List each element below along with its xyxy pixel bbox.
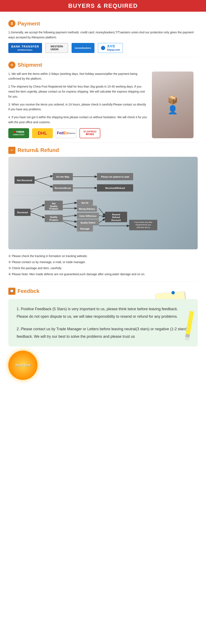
shipment-para1: 1. We will sent the items within 2-5days…	[8, 72, 148, 82]
return-refund-header: ↩ Return& Refund	[8, 147, 198, 154]
svg-text:Not: Not	[52, 202, 56, 204]
alipay-logo: 🔵 支付宝Alipay.com	[98, 43, 123, 53]
shipment-para2: 2.The shipment by China Post Registered …	[8, 84, 148, 99]
wrong-delivery-node: Wrong Delivery	[79, 208, 95, 210]
svg-line-15	[63, 203, 77, 205]
moneybookers-logo: moneybookers	[72, 43, 95, 53]
feedback-body: 1. Positive Feedback (5 Stars) is very i…	[8, 299, 198, 346]
svg-line-1	[35, 176, 53, 180]
shipment-image: 📦👤	[152, 72, 198, 138]
svg-line-22	[63, 215, 77, 217]
not-received-node: Not Received	[17, 179, 32, 182]
svg-line-32	[99, 215, 105, 217]
quality-problem-node: Problem	[49, 219, 58, 221]
shipment-container: 1. We will sent the items within 2-5days…	[8, 72, 198, 138]
svg-text:If you have any else: If you have any else	[134, 221, 152, 223]
return-notes-list: ① Please check the tracking in formation…	[8, 254, 198, 277]
badge-container: Your Text	[8, 348, 198, 380]
feedback-icon: 💬	[8, 288, 15, 295]
fedex-logo: FedEx Express	[56, 128, 77, 138]
resend-refund-node: Discount	[111, 219, 121, 222]
shipment-section-header: ✈ Shipment	[8, 62, 198, 68]
western-union-logo: WESTERNUNION	[45, 43, 68, 53]
feedback-title: Feedbck	[17, 288, 40, 294]
feedback-wrapper: Feedback 1. Positive Feedback (5 Stars) …	[8, 299, 198, 346]
flowchart-svg: Not Received On the Way Please be patien…	[12, 163, 194, 242]
received-refund-node: Received/Refund	[105, 186, 125, 189]
plane-icon: ✈	[8, 62, 15, 68]
svg-text:Quality: Quality	[50, 205, 57, 208]
note-item-4: ④ Please Note: Men made defects are not …	[8, 272, 198, 277]
received-node: Received	[17, 211, 28, 214]
shipment-para4: 4. If you have not got it within the shi…	[8, 115, 148, 125]
pin-icon	[171, 291, 175, 294]
note-item-3: ③ Check the package and Item, carefully.	[8, 266, 198, 271]
color-difference-node: Color Difference	[79, 214, 97, 217]
svg-line-26	[63, 222, 77, 228]
note-item-2: ② Please contact us by meesage, e-mail, …	[8, 260, 198, 265]
shipment-text: 1. We will sent the items within 2-5days…	[8, 72, 148, 138]
payment-logos-container: BANK TRANSFER INTERNATIONAL WESTERNUNION…	[8, 43, 198, 53]
payment-title: Payment	[17, 20, 40, 27]
chinapost-logo: 🇨🇳 中国邮政CHINA POST	[8, 128, 29, 138]
not-fit-node: Not fit	[81, 202, 89, 204]
received-lost-node: Received/Lost	[55, 186, 71, 189]
else-requirements-node: coffi also tell us	[136, 226, 150, 228]
carrier-logos: 🇨🇳 中国邮政CHINA POST DHL FedEx Express SF E…	[8, 128, 148, 138]
svg-line-11	[31, 204, 45, 210]
svg-line-33	[99, 219, 105, 223]
main-content: $ Payment 1.Generally, we accept the fol…	[0, 12, 206, 384]
divider-1	[8, 57, 198, 57]
return-icon: ↩	[8, 147, 15, 154]
dollar-icon: $	[8, 20, 15, 27]
sf-express-logo: SF EXPRESS顺丰速运	[80, 128, 100, 138]
bank-transfer-logo: BANK TRANSFER INTERNATIONAL	[8, 43, 42, 53]
note-item-1: ① Please check the tracking in formation…	[8, 254, 198, 259]
badge-text: Your Text	[15, 364, 31, 367]
svg-text:Refund: Refund	[112, 216, 120, 218]
shipment-para3: 3. When you receive the items you ordere…	[8, 102, 148, 112]
payment-section-header: $ Payment	[8, 20, 198, 27]
return-refund-section: ↩ Return& Refund Not Received	[8, 147, 198, 277]
payment-description: 1.Generally, we accept the following pay…	[8, 30, 198, 40]
svg-text:requirements you: requirements you	[135, 224, 151, 226]
feedback-para2: 2. Please contact us by Trade Manager or…	[17, 325, 189, 340]
svg-line-19	[31, 212, 45, 218]
svg-text:Quality: Quality	[50, 216, 57, 218]
damage-node: Damage	[80, 227, 90, 230]
svg-text:Resend: Resend	[112, 213, 120, 216]
gold-badge: Your Text	[8, 351, 37, 380]
feedback-section: 💬 Feedbck Feedback 1. Positive Feedback …	[8, 288, 198, 380]
please-be-patient-node: Please be patient to wait	[101, 175, 129, 178]
svg-line-24	[63, 220, 77, 222]
quality-defect-node: Quality Defect	[81, 221, 96, 224]
page-header: BUYERS & REQUIRED	[0, 0, 206, 12]
return-refund-title: Return& Refund	[17, 147, 59, 154]
not-quality-problem-node: Problem	[49, 208, 58, 210]
divider-3	[8, 281, 198, 282]
svg-line-5	[35, 180, 53, 187]
feedback-para1: 1. Positive Feedback (5 Stars) is very i…	[17, 305, 189, 320]
page-title: BUYERS & REQUIRED	[0, 2, 206, 9]
flowchart-container: Not Received On the Way Please be patien…	[8, 157, 198, 249]
svg-line-31	[99, 208, 105, 216]
shipment-title: Shipment	[17, 62, 42, 68]
on-the-way-node: On the Way	[56, 175, 70, 178]
dhl-logo: DHL	[32, 128, 53, 138]
